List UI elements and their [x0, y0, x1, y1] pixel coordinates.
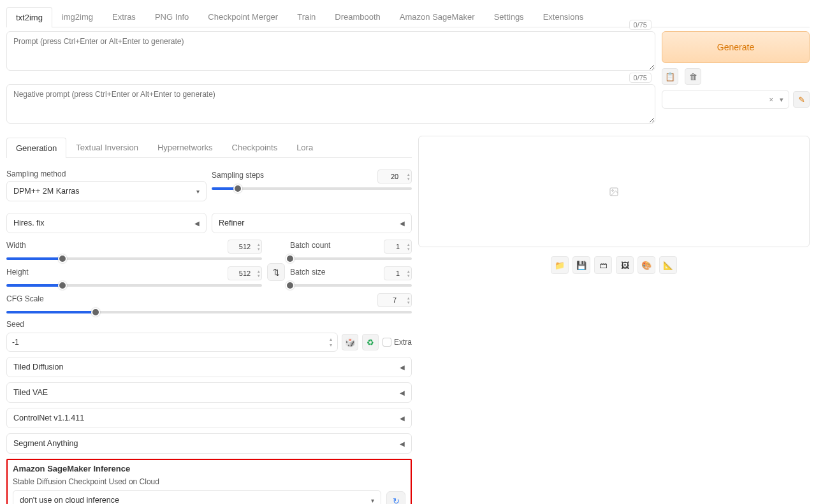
sm-ckpt-refresh-button[interactable]: ↻	[386, 491, 405, 504]
output-toolbar: 📁💾🗃🖼🎨📐	[418, 256, 810, 274]
seed-input[interactable]: -1 ▴▾	[6, 333, 338, 352]
main-tab-train[interactable]: Train	[288, 6, 325, 27]
batch-count-input[interactable]: 1▴▾	[384, 240, 412, 254]
prompt-input[interactable]	[6, 31, 655, 71]
seed-extra-toggle[interactable]: Extra	[382, 338, 412, 347]
caret-left-icon: ◀	[400, 389, 405, 396]
hires-fix-label: Hires. fix	[13, 219, 45, 227]
sm-ckpt-value: don't use on cloud inference	[20, 496, 119, 504]
image-icon	[609, 187, 619, 197]
sm-ckpt-label: Stable Diffusion Checkpoint Used on Clou…	[13, 477, 405, 486]
main-tab-extras[interactable]: Extras	[103, 6, 145, 27]
caret-left-icon: ◀	[400, 440, 405, 447]
sagemaker-section: Amazon SageMaker Inference Stable Diffus…	[6, 459, 412, 504]
swap-wh-button[interactable]: ⇅	[267, 263, 285, 281]
seed-extra-label: Extra	[394, 338, 412, 347]
sm-ckpt-select[interactable]: don't use on cloud inference ▾	[13, 490, 381, 504]
sampling-steps-input[interactable]: 20▴▾	[377, 169, 412, 184]
width-slider[interactable]	[6, 257, 262, 260]
seed-value: -1	[12, 338, 19, 347]
caret-left-icon: ◀	[400, 415, 405, 422]
sampling-steps-label: Sampling steps	[212, 171, 264, 180]
height-slider[interactable]	[6, 284, 262, 287]
accordion-tiled-vae[interactable]: Tiled VAE◀	[6, 382, 412, 403]
main-tab-img2img[interactable]: img2img	[52, 6, 103, 27]
tool-button-2[interactable]: 🗃	[594, 256, 612, 274]
clipboard-button[interactable]: 📋	[662, 68, 678, 85]
tool-button-1[interactable]: 💾	[572, 256, 590, 274]
sub-tab-checkpoints[interactable]: Checkpoints	[222, 137, 288, 157]
accordion-tiled-diffusion[interactable]: Tiled Diffusion◀	[6, 357, 412, 377]
hires-fix-accordion[interactable]: Hires. fix ◀	[6, 213, 207, 233]
checkbox-icon	[382, 338, 391, 347]
cfg-slider[interactable]	[6, 311, 412, 313]
caret-left-icon: ◀	[400, 364, 405, 371]
tool-button-5[interactable]: 📐	[659, 256, 677, 274]
sub-tab-textual-inversion[interactable]: Textual Inversion	[66, 137, 148, 157]
neg-prompt-counter: 0/75	[629, 73, 652, 83]
main-tabs: txt2imgimg2imgExtrasPNG InfoCheckpoint M…	[6, 6, 810, 27]
cfg-input[interactable]: 7▴▾	[377, 293, 412, 307]
seed-label: Seed	[6, 320, 412, 329]
batch-count-label: Batch count	[290, 241, 330, 250]
neg-prompt-input[interactable]	[6, 84, 655, 124]
sub-tabs: GenerationTextual InversionHypernetworks…	[6, 137, 412, 158]
prompt-counter: 0/75	[629, 20, 652, 30]
tool-button-0[interactable]: 📁	[551, 256, 569, 274]
chevron-down-icon: ▾	[780, 96, 783, 104]
tool-button-4[interactable]: 🎨	[638, 256, 655, 274]
sampling-method-value: DPM++ 2M Karras	[13, 187, 80, 196]
accordion-controlnet-v1-1-411[interactable]: ControlNet v1.1.411◀	[6, 408, 412, 428]
sampling-method-select[interactable]: DPM++ 2M Karras ▾	[6, 181, 207, 201]
sub-tab-lora[interactable]: Lora	[287, 137, 323, 157]
cfg-label: CFG Scale	[6, 294, 44, 303]
trash-button[interactable]: 🗑	[685, 68, 701, 85]
styles-select[interactable]: × ▾	[662, 90, 789, 109]
chevron-down-icon: ▾	[371, 497, 374, 504]
main-tab-extensions[interactable]: Extensions	[534, 6, 594, 27]
accordion-segment-anything[interactable]: Segment Anything◀	[6, 433, 412, 454]
tool-button-3[interactable]: 🖼	[616, 256, 634, 274]
sub-tab-generation[interactable]: Generation	[6, 138, 66, 158]
height-label: Height	[6, 268, 29, 277]
sagemaker-title: Amazon SageMaker Inference	[13, 464, 405, 473]
batch-size-label: Batch size	[290, 268, 325, 277]
width-input[interactable]: 512▴▾	[228, 240, 262, 254]
caret-left-icon: ◀	[194, 220, 200, 227]
main-tab-amazon-sagemaker[interactable]: Amazon SageMaker	[390, 6, 484, 27]
refiner-accordion[interactable]: Refiner ◀	[212, 213, 412, 233]
sampling-steps-slider[interactable]	[212, 187, 412, 190]
main-tab-txt2img[interactable]: txt2img	[6, 7, 52, 27]
edit-styles-button[interactable]: ✎	[793, 91, 810, 108]
output-preview	[418, 136, 810, 247]
main-tab-settings[interactable]: Settings	[484, 6, 534, 27]
main-tab-checkpoint-merger[interactable]: Checkpoint Merger	[198, 6, 288, 27]
caret-left-icon: ◀	[400, 220, 405, 227]
chevron-down-icon: ▾	[196, 188, 200, 195]
generate-button[interactable]: Generate	[662, 31, 810, 63]
width-label: Width	[6, 241, 26, 250]
seed-random-button[interactable]: 🎲	[342, 334, 358, 350]
styles-clear-icon[interactable]: ×	[769, 96, 773, 103]
sampling-method-label: Sampling method	[6, 169, 207, 178]
height-input[interactable]: 512▴▾	[228, 266, 262, 280]
batch-count-slider[interactable]	[290, 257, 412, 260]
main-tab-png-info[interactable]: PNG Info	[145, 6, 198, 27]
main-tab-dreambooth[interactable]: Dreambooth	[325, 6, 390, 27]
sub-tab-hypernetworks[interactable]: Hypernetworks	[148, 137, 222, 157]
refiner-label: Refiner	[219, 219, 244, 227]
batch-size-slider[interactable]	[290, 284, 412, 287]
seed-reuse-button[interactable]: ♻	[362, 334, 379, 350]
batch-size-input[interactable]: 1▴▾	[384, 266, 412, 280]
svg-point-1	[612, 189, 614, 191]
